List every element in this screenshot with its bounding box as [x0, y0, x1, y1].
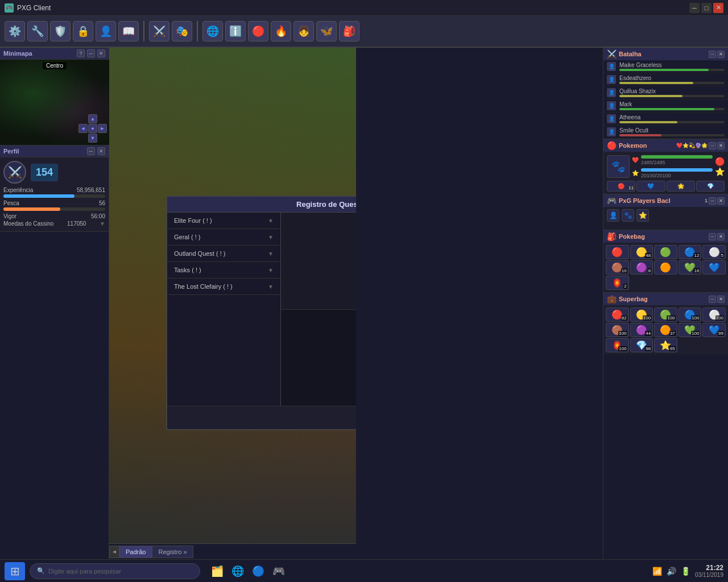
toolbar-info-icon[interactable]: ℹ️ [225, 21, 246, 41]
tab-registro[interactable]: Registro » [152, 546, 193, 558]
taskbar-chrome-icon[interactable]: 🔵 [250, 563, 266, 579]
quest-item-0[interactable]: Elite Four ( ! ) ▼ [167, 213, 280, 229]
maximize-button[interactable]: □ [701, 3, 712, 13]
tab-prev-btn[interactable]: ◄ [109, 546, 119, 558]
minimap-right-btn[interactable]: ► [98, 124, 107, 133]
toolbar-fire-icon[interactable]: 🔥 [271, 21, 291, 41]
superbag-item-3[interactable]: 🔵 100 [679, 307, 702, 322]
minimap-close-btn[interactable]: ✕ [97, 49, 105, 57]
superbag-item-8[interactable]: 💚 100 [679, 323, 702, 337]
pxg-close-btn[interactable]: ✕ [717, 197, 725, 205]
superbag-close-btn[interactable]: ✕ [717, 296, 725, 303]
pokebag-item-7[interactable]: 🟠 [654, 260, 677, 275]
pokemon-close-btn[interactable]: ✕ [717, 142, 725, 149]
superbag-item-2[interactable]: 🟢 100 [654, 307, 677, 322]
toolbar-shield-icon[interactable]: 🛡️ [50, 21, 71, 41]
exp-value: 58,956,651 [77, 187, 105, 193]
taskbar-explorer-icon[interactable]: 🗂️ [209, 563, 225, 579]
quest-item-2[interactable]: Outland Quest ( ! ) ▼ [167, 246, 280, 262]
tab-padrao[interactable]: Padrão [119, 546, 152, 558]
toolbar-globe-icon[interactable]: 🌐 [202, 21, 223, 41]
pokebag-item-9[interactable]: 💙 [702, 260, 726, 275]
superbag-item-1[interactable]: 🟡 100 [630, 307, 653, 322]
pokebag-count-8: 16 [693, 268, 700, 273]
toolbar-bag-icon[interactable]: 🎒 [339, 21, 359, 41]
superbag-item-7[interactable]: 🟠 37 [654, 323, 677, 337]
battle-player-info-3: Mark [619, 101, 725, 110]
minimize-button[interactable]: ─ [689, 3, 700, 13]
taskbar-game-icon[interactable]: 🎮 [271, 563, 287, 579]
toolbar-char-icon[interactable]: 👧 [293, 21, 314, 41]
pokemon-min-btn[interactable]: ─ [709, 142, 716, 149]
pokebag-item-3[interactable]: 🔵 12 [679, 245, 702, 259]
pokebag-item-0[interactable]: 🔴 [606, 245, 629, 259]
pokebag-item-5[interactable]: 🟤 10 [606, 260, 629, 275]
pokemon-xp-bar [641, 168, 713, 172]
superbag-item-11[interactable]: 💎 98 [630, 338, 653, 352]
toolbar-fly-icon[interactable]: 🦋 [316, 21, 337, 41]
pokebag-min-btn[interactable]: ─ [709, 233, 716, 240]
casino-expand-icon[interactable]: ▼ [100, 221, 105, 227]
superbag-item-5[interactable]: 🟤 100 [606, 323, 629, 337]
battle-min-btn[interactable]: ─ [709, 51, 716, 58]
pokebag-item-8[interactable]: 💚 16 [679, 260, 702, 275]
toolbar-lock-icon[interactable]: 🔒 [73, 21, 93, 41]
superbag-count-4: 100 [715, 315, 724, 321]
battle-icon: ⚔️ [607, 49, 617, 59]
taskbar-search[interactable]: 🔍 Digite aqui para pesquisar [30, 563, 200, 579]
superbag-item-10[interactable]: 🏮 100 [606, 338, 629, 352]
quest-item-4[interactable]: The Lost Clefairy ( ! ) ▼ [167, 278, 280, 295]
minimap-left-btn[interactable]: ◄ [78, 124, 88, 133]
pxg-player-icon-1[interactable]: 👤 [607, 209, 619, 222]
pokebag-item-6[interactable]: 🟣 8 [630, 260, 653, 275]
taskbar-edge-icon[interactable]: 🌐 [230, 563, 246, 579]
minimap-center-btn[interactable]: ● [88, 124, 97, 133]
profile-min-btn[interactable]: ─ [87, 147, 95, 155]
sys-network-icon[interactable]: 📶 [652, 567, 662, 576]
pokebag-close-btn[interactable]: ✕ [717, 233, 725, 240]
profile-close-btn[interactable]: ✕ [97, 147, 105, 155]
toolbar-settings-icon[interactable]: 🔧 [27, 21, 48, 41]
superbag-item-9[interactable]: 💙 99 [702, 323, 726, 337]
pokebag-item-10[interactable]: 🏮 2 [606, 276, 629, 290]
pxg-min-btn[interactable]: ─ [709, 197, 716, 205]
minimap-up-btn[interactable]: ▲ [88, 114, 97, 123]
toolbar-user-icon[interactable]: 👤 [96, 21, 116, 41]
pokebag-item-4[interactable]: ⚪ 5 [702, 245, 726, 259]
toolbar-arena-icon[interactable]: ⚔️ [149, 21, 169, 41]
pxg-count: 1 [705, 198, 708, 203]
superbag-count-11: 98 [645, 346, 651, 351]
quest-item-3[interactable]: Tasks ( ! ) ▼ [167, 262, 280, 278]
sys-battery-icon[interactable]: 🔋 [681, 567, 690, 576]
superbag-count-7: 37 [669, 331, 676, 336]
superbag-item-0[interactable]: 🔴 82 [606, 307, 629, 322]
pokemon-action-1[interactable]: 🔴 [715, 157, 725, 166]
pokebag-item-1[interactable]: 🟡 48 [630, 245, 653, 259]
quest-item-1[interactable]: Geral ( ! ) ▼ [167, 229, 280, 246]
minimap-down-btn[interactable]: ▼ [88, 134, 97, 143]
taskbar-clock[interactable]: 21:22 03/11/2019 [695, 564, 723, 578]
minimap-help-btn[interactable]: ? [77, 49, 85, 57]
pokemon-info: ❤️ 2485/2485 ⭐ [632, 154, 713, 178]
pokebag-item-2[interactable]: 🟢 [654, 245, 677, 259]
pxg-player-icon-2[interactable]: 🐾 [622, 209, 634, 222]
minimap-min-btn[interactable]: ─ [87, 49, 95, 57]
pxg-player-icon-3[interactable]: ⭐ [636, 209, 649, 222]
close-button[interactable]: ✕ [713, 3, 723, 13]
toolbar-book-icon[interactable]: 📖 [118, 21, 139, 41]
superbag-min-btn[interactable]: ─ [709, 296, 716, 303]
toolbar-pokeball-icon[interactable]: 🔴 [248, 21, 268, 41]
sys-sound-icon[interactable]: 🔊 [667, 567, 676, 576]
quest-detail [281, 213, 356, 406]
superbag-item-6[interactable]: 🟣 44 [630, 323, 653, 337]
quest-arrow-0: ▼ [268, 218, 274, 224]
profile-title: Perfil [3, 148, 86, 155]
toolbar-home-icon[interactable]: ⚙️ [5, 21, 25, 41]
pokemon-action-2[interactable]: ⭐ [715, 167, 725, 176]
battle-close-btn[interactable]: ✕ [717, 51, 725, 58]
superbag-item-12[interactable]: ⭐ 65 [654, 338, 677, 352]
toolbar-party-icon[interactable]: 🎭 [172, 21, 192, 41]
superbag-item-4[interactable]: ⚪ 100 [702, 307, 726, 322]
taskbar-start-button[interactable]: ⊞ [5, 562, 25, 580]
exp-stat-row: Experiência 58,956,651 [3, 187, 105, 193]
